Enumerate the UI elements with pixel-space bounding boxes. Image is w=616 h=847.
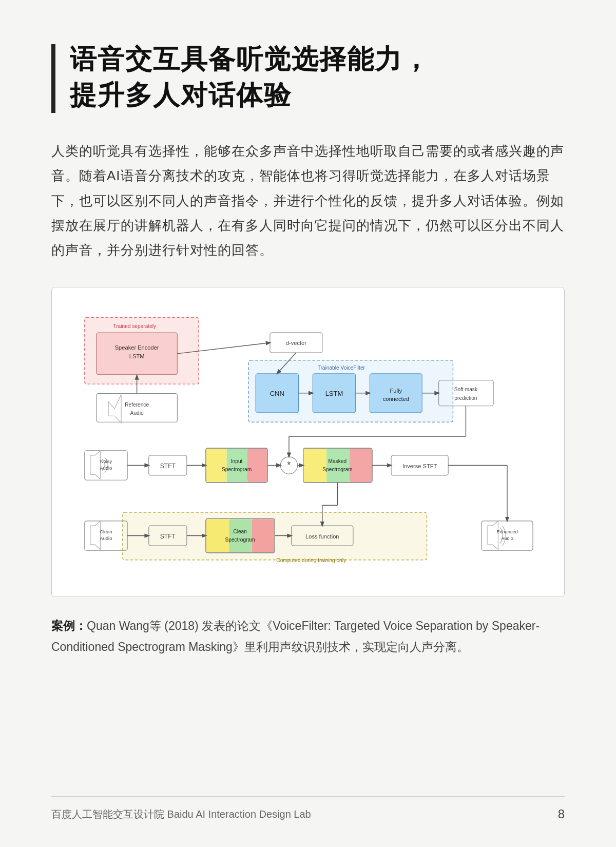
svg-text:Trained separately: Trained separately <box>113 323 157 329</box>
svg-rect-45 <box>304 449 326 482</box>
svg-text:STFT: STFT <box>160 533 176 540</box>
page: 语音交互具备听觉选择能力， 提升多人对话体验 人类的听觉具有选择性，能够在众多声… <box>0 0 616 847</box>
caption-prefix: 案例： <box>51 619 87 632</box>
caption-text: Quan Wang等 (2018) 发表的论文《VoiceFilter: Tar… <box>51 619 540 653</box>
title-section: 语音交互具备听觉选择能力， 提升多人对话体验 <box>51 41 565 113</box>
svg-text:Clean: Clean <box>233 529 247 534</box>
caption: 案例：Quan Wang等 (2018) 发表的论文《VoiceFilter: … <box>51 615 565 657</box>
svg-rect-70 <box>206 519 229 552</box>
page-title: 语音交互具备听觉选择能力， 提升多人对话体验 <box>70 41 430 113</box>
svg-text:STFT: STFT <box>160 463 176 470</box>
svg-text:Audio: Audio <box>130 410 144 416</box>
svg-rect-71 <box>229 519 252 552</box>
svg-rect-47 <box>350 449 372 482</box>
svg-text:prediction: prediction <box>454 395 477 401</box>
svg-text:Spectrogram: Spectrogram <box>225 536 255 542</box>
svg-text:connected: connected <box>383 396 409 402</box>
svg-text:Spectrogram: Spectrogram <box>222 466 252 472</box>
svg-marker-79 <box>488 521 498 550</box>
svg-marker-6 <box>108 394 121 423</box>
svg-text:Audio: Audio <box>100 466 112 471</box>
svg-marker-64 <box>90 521 100 550</box>
svg-rect-46 <box>326 449 349 482</box>
svg-text:Trainable VoiceFilter: Trainable VoiceFilter <box>318 365 365 371</box>
svg-text:Masked: Masked <box>329 458 347 464</box>
svg-text:Input: Input <box>231 458 243 464</box>
svg-text:Audio: Audio <box>100 536 112 541</box>
svg-text:Noisy: Noisy <box>100 459 112 464</box>
svg-text:d-vector: d-vector <box>286 340 306 346</box>
svg-text:Fully: Fully <box>390 388 402 394</box>
svg-text:Speaker Encoder: Speaker Encoder <box>115 344 159 351</box>
diagram-svg: Trained separately Speaker Encoder LSTM … <box>70 308 546 574</box>
diagram-container: Trained separately Speaker Encoder LSTM … <box>51 287 565 598</box>
svg-text:LSTM: LSTM <box>129 353 145 359</box>
svg-text:Clean: Clean <box>100 529 112 534</box>
svg-rect-36 <box>206 449 227 482</box>
svg-rect-72 <box>252 519 275 552</box>
footer: 百度人工智能交互设计院 Baidu AI Interaction Design … <box>51 796 565 821</box>
svg-rect-37 <box>227 449 247 482</box>
title-bar <box>51 44 55 113</box>
title-line2: 提升多人对话体验 <box>70 80 292 110</box>
svg-text:Computed during training only: Computed during training only <box>276 557 346 563</box>
svg-text:Reference: Reference <box>125 402 149 408</box>
svg-text:Soft mask: Soft mask <box>454 387 478 392</box>
footer-label: 百度人工智能交互设计院 Baidu AI Interaction Design … <box>51 807 311 821</box>
svg-text:CNN: CNN <box>270 390 284 397</box>
svg-text:Spectrogram: Spectrogram <box>322 466 352 472</box>
svg-text:Loss function: Loss function <box>305 533 339 540</box>
page-number: 8 <box>558 807 565 821</box>
svg-text:Inverse STFT: Inverse STFT <box>402 463 437 469</box>
svg-text:*: * <box>287 459 291 470</box>
svg-text:Audio: Audio <box>501 536 513 541</box>
svg-text:Enhanced: Enhanced <box>496 529 518 534</box>
svg-rect-38 <box>247 449 267 482</box>
svg-marker-30 <box>90 451 100 479</box>
body-paragraph: 人类的听觉具有选择性，能够在众多声音中选择性地听取自己需要的或者感兴趣的声音。随… <box>51 139 565 262</box>
title-line1: 语音交互具备听觉选择能力， <box>70 44 430 74</box>
svg-text:LSTM: LSTM <box>325 390 343 397</box>
